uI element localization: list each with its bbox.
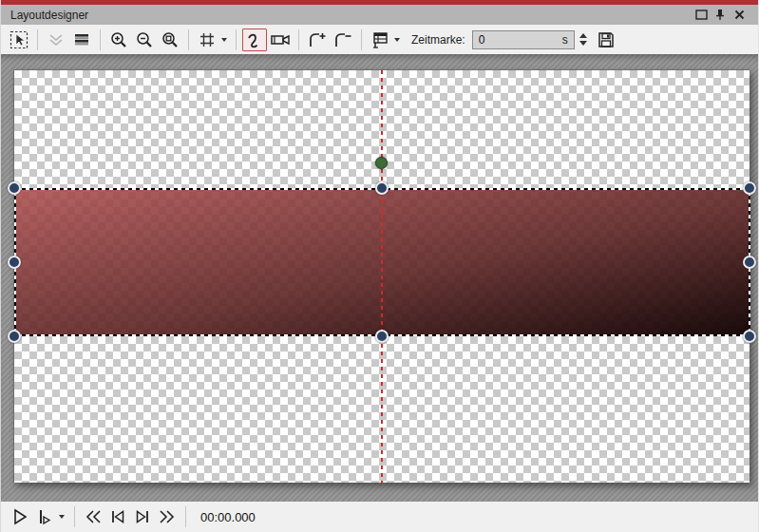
skip-back-icon bbox=[84, 507, 103, 526]
step-forward-button[interactable] bbox=[131, 505, 154, 528]
toolbar-separator bbox=[298, 29, 299, 50]
workspace bbox=[1, 54, 758, 502]
curve-tool-icon bbox=[245, 30, 264, 49]
zoom-out-icon bbox=[135, 30, 154, 49]
handle-middle-right[interactable] bbox=[743, 256, 756, 269]
step-back-icon bbox=[108, 507, 127, 526]
pin-icon bbox=[714, 9, 726, 21]
zoom-fit-button[interactable] bbox=[158, 28, 182, 51]
skip-forward-button[interactable] bbox=[156, 505, 179, 528]
play-from-dropdown-caret[interactable] bbox=[59, 515, 65, 519]
step-forward-icon bbox=[133, 507, 152, 526]
main-toolbar: Zeitmarke: s bbox=[1, 25, 758, 54]
spinner-down-icon[interactable] bbox=[579, 41, 587, 46]
layers-icon bbox=[72, 30, 91, 49]
layoutdesigner-window: Layoutdesigner bbox=[0, 0, 759, 532]
curve-tool-button[interactable] bbox=[242, 28, 267, 51]
path-remove-button[interactable] bbox=[331, 28, 355, 51]
marker-table-button[interactable] bbox=[368, 28, 392, 51]
skip-back-button[interactable] bbox=[82, 505, 104, 528]
handle-middle-left[interactable] bbox=[8, 256, 21, 269]
save-icon bbox=[597, 30, 616, 49]
timeline-marker-line bbox=[381, 70, 383, 484]
handle-bottom-left[interactable] bbox=[8, 330, 21, 343]
rotation-handle[interactable] bbox=[375, 157, 388, 169]
zoom-out-button[interactable] bbox=[132, 28, 157, 51]
transport-separator bbox=[185, 506, 186, 527]
play-button[interactable] bbox=[9, 505, 31, 528]
zeitmarke-label: Zeitmarke: bbox=[411, 33, 465, 47]
path-add-icon bbox=[307, 30, 328, 49]
zoom-fit-icon bbox=[161, 30, 180, 49]
close-icon bbox=[734, 10, 745, 20]
handle-top-center[interactable] bbox=[375, 181, 389, 195]
zoom-in-button[interactable] bbox=[106, 28, 131, 51]
marker-table-icon bbox=[370, 30, 389, 49]
grid-dropdown-caret[interactable] bbox=[221, 38, 227, 42]
handle-bottom-center[interactable] bbox=[375, 330, 389, 343]
play-icon bbox=[10, 507, 29, 526]
timecode-display: 00:00.000 bbox=[200, 510, 256, 524]
zeitmarke-input[interactable] bbox=[479, 33, 562, 47]
zeitmarke-spinner[interactable] bbox=[579, 33, 587, 46]
path-remove-icon bbox=[332, 30, 353, 49]
zeitmarke-unit: s bbox=[562, 33, 568, 47]
zoom-in-icon bbox=[109, 30, 128, 49]
save-button[interactable] bbox=[594, 28, 618, 51]
chevron-double-down-button[interactable] bbox=[44, 28, 68, 51]
transport-bar: 00:00.000 bbox=[1, 502, 758, 532]
toolbar-separator bbox=[361, 29, 362, 50]
restore-button[interactable] bbox=[692, 7, 711, 24]
titlebar[interactable]: Layoutdesigner bbox=[1, 5, 758, 25]
transport-separator bbox=[74, 506, 75, 527]
skip-forward-icon bbox=[158, 507, 177, 526]
path-add-button[interactable] bbox=[305, 28, 330, 51]
play-from-icon bbox=[37, 507, 52, 526]
handle-top-right[interactable] bbox=[743, 181, 756, 195]
grid-icon bbox=[198, 30, 217, 49]
restore-icon bbox=[695, 10, 708, 20]
handle-bottom-right[interactable] bbox=[743, 330, 756, 343]
design-canvas[interactable] bbox=[13, 69, 750, 483]
pin-button[interactable] bbox=[711, 7, 730, 24]
toolbar-separator bbox=[100, 29, 101, 50]
zeitmarke-field[interactable]: s bbox=[472, 30, 575, 49]
select-tool-icon bbox=[9, 30, 28, 49]
step-back-button[interactable] bbox=[106, 505, 129, 528]
toolbar-separator bbox=[37, 29, 38, 50]
toolbar-separator bbox=[236, 29, 237, 50]
camera-icon bbox=[270, 30, 291, 49]
play-from-button[interactable] bbox=[33, 505, 56, 528]
grid-button[interactable] bbox=[195, 28, 219, 51]
spinner-up-icon[interactable] bbox=[579, 33, 587, 38]
camera-button[interactable] bbox=[268, 28, 293, 51]
close-button[interactable] bbox=[730, 7, 749, 24]
handle-top-left[interactable] bbox=[8, 181, 21, 195]
chevron-double-down-icon bbox=[47, 30, 66, 49]
marker-dropdown-caret[interactable] bbox=[394, 38, 400, 42]
window-title: Layoutdesigner bbox=[10, 9, 88, 22]
layers-button[interactable] bbox=[69, 28, 94, 51]
select-tool-button[interactable] bbox=[7, 28, 31, 51]
toolbar-separator bbox=[188, 29, 189, 50]
